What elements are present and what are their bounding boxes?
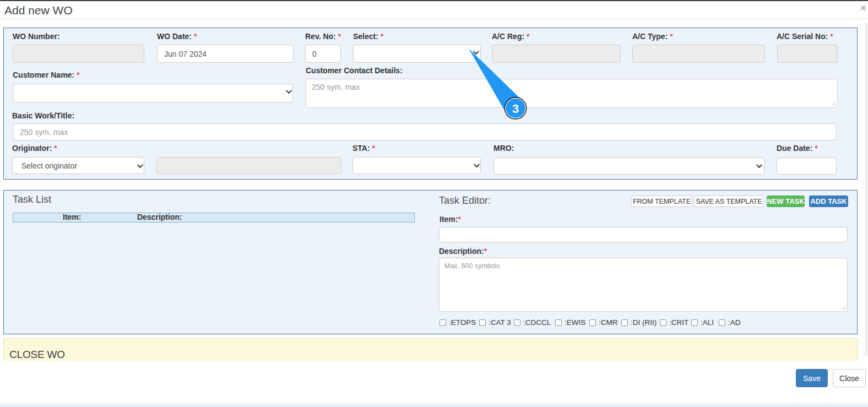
svg-text:3: 3 xyxy=(512,102,519,116)
